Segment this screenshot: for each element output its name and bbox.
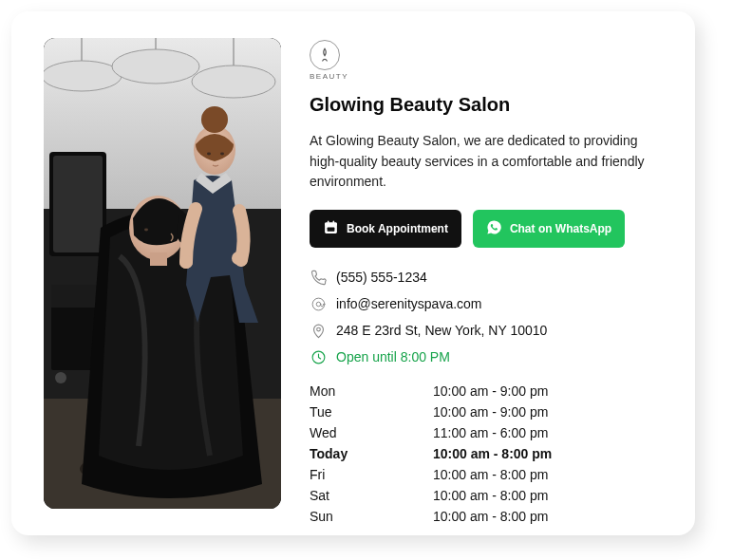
hours-time: 10:00 am - 8:00 pm	[433, 464, 665, 485]
business-description: At Glowing Beauty Salon, we are dedicate…	[310, 131, 665, 193]
hours-time: 10:00 am - 8:00 pm	[433, 485, 665, 506]
svg-point-32	[312, 298, 325, 310]
hours-time: 11:00 am - 6:00 pm	[433, 422, 665, 443]
svg-point-8	[192, 65, 275, 98]
hours-day: Fri	[310, 464, 433, 485]
whatsapp-button[interactable]: Chat on WhatsApp	[473, 210, 625, 248]
hours-time: 10:00 am - 8:00 pm	[433, 443, 665, 464]
brand-logo-icon	[310, 40, 340, 70]
business-title: Glowing Beauty Salon	[310, 94, 665, 116]
svg-point-34	[316, 327, 320, 331]
phone-icon	[310, 269, 327, 286]
svg-point-6	[112, 49, 199, 84]
address-row[interactable]: 248 E 23rd St, New York, NY 10010	[310, 322, 665, 339]
hours-day: Mon	[310, 381, 433, 401]
brand-logo-text: BEAUTY	[310, 72, 665, 81]
svg-point-13	[55, 372, 66, 383]
svg-rect-30	[333, 220, 334, 224]
clock-icon	[310, 348, 327, 365]
hours-row: Mon10:00 am - 9:00 pm	[310, 381, 665, 401]
email-row[interactable]: info@serenityspava.com	[310, 295, 665, 312]
svg-point-22	[232, 252, 245, 265]
hours-row: Sun10:00 am - 8:00 pm	[310, 506, 665, 527]
svg-point-25	[207, 153, 211, 156]
svg-rect-29	[328, 220, 329, 224]
svg-point-21	[179, 255, 193, 269]
open-status-text: Open until 8:00 PM	[336, 349, 450, 364]
hours-day: Wed	[310, 422, 433, 443]
hero-image	[44, 38, 281, 509]
email-text: info@serenityspava.com	[336, 296, 482, 311]
svg-rect-10	[53, 156, 103, 252]
logo-block: BEAUTY	[310, 40, 665, 81]
hours-time: 10:00 am - 9:00 pm	[433, 381, 665, 401]
hours-row: Fri10:00 am - 8:00 pm	[310, 464, 665, 485]
svg-point-4	[44, 61, 122, 91]
email-icon	[310, 295, 327, 312]
business-card: BEAUTY Glowing Beauty Salon At Glowing B…	[11, 11, 695, 535]
hours-day: Today	[310, 443, 433, 464]
book-appointment-button[interactable]: Book Appointment	[310, 210, 461, 248]
svg-rect-31	[328, 228, 335, 232]
whatsapp-label: Chat on WhatsApp	[510, 222, 611, 235]
location-icon	[310, 322, 327, 339]
svg-point-26	[220, 153, 224, 156]
svg-point-20	[144, 229, 148, 232]
hours-day: Sat	[310, 485, 433, 506]
address-text: 248 E 23rd St, New York, NY 10010	[336, 323, 547, 338]
action-buttons: Book Appointment Chat on WhatsApp	[310, 210, 665, 248]
svg-rect-28	[325, 223, 337, 227]
svg-point-33	[316, 302, 321, 307]
content-column: BEAUTY Glowing Beauty Salon At Glowing B…	[310, 38, 665, 509]
hours-time: 10:00 am - 9:00 pm	[433, 401, 665, 422]
hours-day: Sun	[310, 506, 433, 527]
hours-row: Tue10:00 am - 9:00 pm	[310, 401, 665, 422]
svg-rect-19	[150, 252, 167, 266]
open-status-row: Open until 8:00 PM	[310, 348, 665, 365]
hours-time: 10:00 am - 8:00 pm	[433, 506, 665, 527]
hours-table: Mon10:00 am - 9:00 pmTue10:00 am - 9:00 …	[310, 381, 665, 527]
contact-list: (555) 555-1234 info@serenityspava.com	[310, 269, 665, 365]
hours-row: Wed11:00 am - 6:00 pm	[310, 422, 665, 443]
whatsapp-icon	[486, 219, 502, 238]
svg-point-24	[201, 106, 228, 133]
book-appointment-label: Book Appointment	[347, 222, 448, 235]
phone-row[interactable]: (555) 555-1234	[310, 269, 665, 286]
hours-day: Tue	[310, 401, 433, 422]
calendar-icon	[323, 219, 339, 238]
hours-row: Sat10:00 am - 8:00 pm	[310, 485, 665, 506]
hours-row: Today10:00 am - 8:00 pm	[310, 443, 665, 464]
phone-text: (555) 555-1234	[336, 270, 427, 285]
